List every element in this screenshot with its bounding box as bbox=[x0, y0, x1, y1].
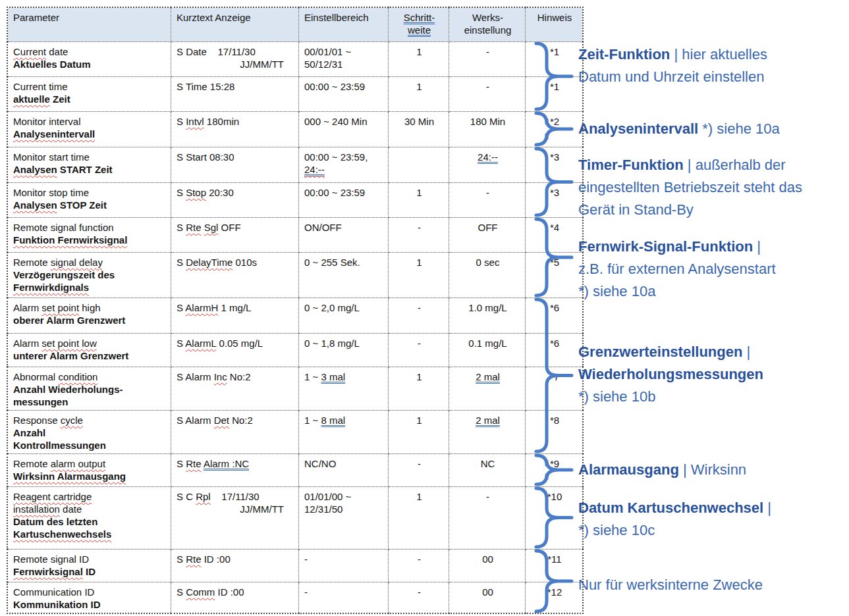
text-segment: - bbox=[418, 222, 421, 233]
text-line: NC/NO bbox=[304, 457, 384, 470]
text-line: S Stop 20:30 bbox=[177, 186, 294, 199]
text-line: installation date bbox=[13, 503, 167, 515]
text-segment: unterer Alarm Grenzwert bbox=[13, 350, 128, 361]
text-segment: Analysenintervall bbox=[13, 128, 95, 140]
table-cell-schritt: 1 bbox=[389, 410, 449, 453]
text-line: 24:-- bbox=[304, 163, 384, 176]
text-line: 2 mal bbox=[454, 371, 521, 383]
text-line: ON/OFF bbox=[304, 221, 384, 234]
table-cell-werks: NC bbox=[449, 453, 526, 486]
text-line: Kontrollmessungen bbox=[13, 439, 167, 451]
text-segment: - bbox=[418, 458, 421, 469]
text-line: Analysenintervall bbox=[13, 128, 167, 140]
table-cell-param: Abnormal conditionAnzahl Wiederholungs-m… bbox=[7, 367, 171, 410]
column-header: Kurztext Anzeige bbox=[171, 7, 299, 41]
text-segment: 0.1 mg/L bbox=[468, 338, 507, 349]
text-line: 0.1 mg/L bbox=[454, 337, 521, 349]
table-row: Monitor start timeAnalysen START ZeitS S… bbox=[7, 147, 583, 182]
table-row: Response cycleAnzahlKontrollmessungenS A… bbox=[7, 410, 583, 453]
text-line: S Time 15:28 bbox=[177, 80, 294, 93]
text-segment: Rte bbox=[186, 553, 201, 565]
text-line: Kommunikation ID bbox=[13, 598, 167, 611]
text-line: S Start 08:30 bbox=[177, 151, 294, 163]
text-segment: AlarmH bbox=[185, 302, 218, 313]
text-line: Fernwirksignal ID bbox=[13, 565, 167, 578]
table-cell-bereich: 1 ~ 3 mal bbox=[299, 367, 389, 410]
text-line: einstellung bbox=[454, 24, 521, 36]
table-cell-werks: 00 bbox=[449, 549, 526, 582]
text-line: 0 ~ 2,0 mg/L bbox=[304, 301, 384, 314]
annotation: Alarmausgang | Wirksinn bbox=[578, 459, 847, 481]
text-segment: - bbox=[486, 81, 489, 92]
annotation-line: Wiederholungsmessungen bbox=[578, 363, 847, 386]
text-segment: ID :00 bbox=[215, 586, 244, 598]
table-cell-kurz: S C Rpl 17/11/30JJ/MM/TT bbox=[171, 486, 299, 549]
text-segment: Reagent cartridge bbox=[13, 491, 92, 502]
table-cell-werks: 0 sec bbox=[449, 252, 526, 297]
annotation-line: eingestellten Betriebszeit steht das bbox=[578, 176, 847, 199]
text-segment: Det bbox=[214, 415, 229, 426]
text-line: 01/01/00 ~ bbox=[304, 490, 384, 503]
table-cell-schritt: 1 bbox=[389, 486, 449, 549]
table-row: Reagent cartridgeinstallation dateDatum … bbox=[7, 486, 583, 549]
text-line: S Rte Sgl OFF bbox=[177, 221, 294, 234]
text-line: Werks- bbox=[454, 11, 521, 24]
text-line: Aktuelles Datum bbox=[13, 58, 167, 70]
text-line: Alarm set point high bbox=[13, 301, 167, 314]
table-row: Communication IDKommunikation IDS Comm I… bbox=[7, 582, 583, 613]
text-line: 00:00 ~ 23:59, bbox=[304, 151, 384, 163]
table-cell-param: Remote signal delayVerzögerungszeit desF… bbox=[7, 252, 171, 297]
annotation-text: | bbox=[742, 344, 750, 360]
table-cell-kurz: S Rte Alarm :NC bbox=[171, 453, 299, 486]
text-line: Fernwirkdignals bbox=[13, 281, 167, 294]
text-line: unterer Alarm Grenzwert bbox=[13, 349, 167, 362]
table-header: ParameterKurztext AnzeigeEinstellbereich… bbox=[7, 7, 583, 41]
text-segment: 17/11/30 bbox=[211, 491, 260, 502]
text-line: JJ/MM/TT bbox=[177, 503, 294, 515]
table-cell-kurz: S Alarm Det No:2 bbox=[171, 410, 299, 453]
text-line: Response cycle bbox=[13, 414, 167, 426]
table-cell-bereich: ON/OFF bbox=[299, 217, 389, 252]
table-cell-param: Remote alarm outputWirksinn Alarmausgang bbox=[7, 453, 171, 486]
text-segment: 00/01/01 ~ bbox=[304, 46, 351, 57]
text-segment: No:2 bbox=[229, 415, 253, 426]
text-segment: Abnormal bbox=[13, 371, 58, 382]
text-segment: NC/NO bbox=[304, 458, 336, 469]
annotation-line: *) siehe 10b bbox=[578, 386, 847, 408]
text-line: Schritt- bbox=[394, 11, 445, 24]
table-cell-param: Reagent cartridgeinstallation dateDatum … bbox=[7, 486, 171, 549]
table-row: Remote alarm outputWirksinn Alarmausgang… bbox=[7, 453, 583, 486]
text-segment: - bbox=[486, 187, 489, 198]
annotation: Nur für werksinterne Zwecke bbox=[578, 574, 847, 596]
text-segment: 30 Min bbox=[404, 116, 434, 127]
table-cell-kurz: S AlarmH 1 mg/L bbox=[171, 297, 299, 333]
text-segment: ID bbox=[83, 566, 96, 577]
annotation-text: Fernwirk-Signal-Funktion bbox=[578, 238, 753, 255]
table-row: Alarm set point lowunterer Alarm Grenzwe… bbox=[7, 333, 583, 367]
text-segment: 2 mal bbox=[476, 415, 500, 426]
table-cell-werks: 180 Min bbox=[449, 111, 526, 147]
text-segment: 1 mg/L bbox=[218, 302, 251, 313]
table-row: Current timeaktuelle ZeitS Time 15:2800:… bbox=[7, 76, 583, 111]
text-line: Remote signal function bbox=[13, 221, 167, 234]
table-cell-param: Remote signal functionFunktion Fernwirks… bbox=[7, 217, 171, 252]
text-line: 1 bbox=[394, 414, 445, 426]
text-line: Hinweis bbox=[531, 11, 578, 24]
text-line: S DelayTime 010s bbox=[177, 256, 294, 269]
table-cell-param: Communication IDKommunikation ID bbox=[7, 582, 171, 613]
text-line: 00 bbox=[454, 586, 521, 598]
text-segment: - bbox=[304, 553, 308, 565]
text-line: - bbox=[394, 553, 445, 565]
group-brace bbox=[531, 548, 574, 614]
annotation-text: Gerät in Stand-By bbox=[578, 201, 694, 218]
text-segment: Communication ID bbox=[13, 586, 94, 598]
text-line: Analysen START Zeit bbox=[13, 163, 167, 176]
table-cell-schritt: - bbox=[389, 297, 449, 333]
table-cell-werks: - bbox=[449, 486, 526, 549]
text-segment: 00 bbox=[482, 586, 493, 598]
table-cell-param: Current dateAktuelles Datum bbox=[7, 41, 171, 76]
text-line: S AlarmL 0.05 mg/L bbox=[177, 337, 294, 349]
text-line: Current date bbox=[13, 45, 167, 58]
table-cell-werks: - bbox=[449, 76, 526, 111]
text-line: 24:-- bbox=[454, 151, 521, 163]
